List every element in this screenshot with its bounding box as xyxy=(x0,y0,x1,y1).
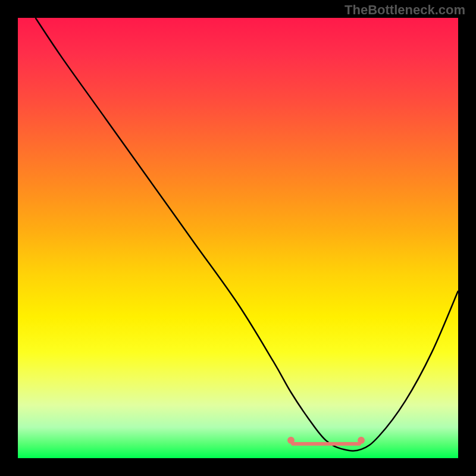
attribution-text: TheBottleneck.com xyxy=(345,2,465,18)
optimal-markers xyxy=(18,18,458,458)
marker-bar xyxy=(291,442,361,446)
plot-area xyxy=(18,18,458,458)
